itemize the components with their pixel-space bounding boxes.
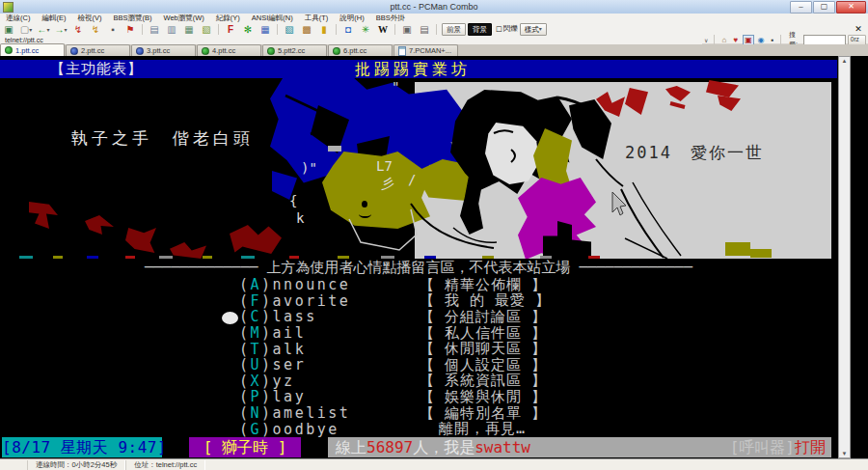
connected-dot-icon (5, 46, 13, 54)
next-window-icon[interactable]: ▤ (416, 22, 433, 37)
tab-5-ptt2cc[interactable]: 5.ptt2.cc (262, 44, 327, 56)
hotkey: P (251, 388, 262, 405)
font-icon[interactable]: F (222, 22, 239, 37)
prev-window-icon[interactable]: ▣ (398, 22, 416, 37)
pin-icon[interactable]: ⚑ (122, 22, 139, 37)
art-caption-right: 2014 愛你一世 (625, 142, 764, 164)
art-glyph: L7 (376, 159, 393, 173)
menu-item-xyz[interactable]: (X)yz 【 系統資訊區 】 (0, 373, 837, 390)
web-globe-icon[interactable]: ◉ (756, 36, 766, 44)
status-address: 位址：telnet://ptt.cc (125, 460, 205, 470)
menu-item-announce[interactable]: (A)nnounce 【 精華公佈欄 】 (0, 277, 837, 293)
disconnect-icon[interactable]: ↯ (69, 22, 87, 37)
reconnect-icon[interactable]: ↯ (87, 22, 104, 37)
menu-item-talk[interactable]: (T)alk 【 休閒聊天區 】 (0, 341, 837, 357)
bbs-main-menu: (A)nnounce 【 精華公佈欄 】 (F)avorite 【 我 的 最愛… (0, 277, 837, 437)
maximize-button[interactable]: ▢ (813, 1, 835, 14)
terminal-mode-icon[interactable]: ▪ (768, 36, 777, 44)
settings-gear-icon[interactable]: ✻ (239, 22, 257, 37)
scroll-down-icon[interactable]: ▼ (839, 451, 850, 456)
toolbar-separator (436, 24, 437, 35)
favorites-heart-icon[interactable]: ♥ (731, 36, 741, 44)
ansi-art: )" L7 彡 { k / " 執子之手 偕老白頭 2014 愛你一世 (0, 78, 837, 259)
search-input[interactable] (803, 35, 846, 45)
tab-1-pttcc[interactable]: 1.ptt.cc (0, 43, 65, 56)
minimize-button[interactable]: – (790, 1, 812, 14)
label: )ser (261, 356, 306, 373)
label: )ail (261, 324, 306, 342)
copy-icon[interactable]: ▤ (146, 22, 163, 37)
search-engine-dropdown[interactable]: 0rz ▾ (848, 35, 866, 45)
art-glyph: k (296, 211, 304, 225)
tab-4-pttcc[interactable]: 4.ptt.cc (197, 44, 261, 56)
menu-item-class[interactable]: (C)lass 【 分組討論區 】 (0, 309, 837, 325)
lock-icon[interactable]: ▮ (315, 22, 333, 37)
menu-item-play[interactable]: (P)lay 【 娛樂與休閒 】 (0, 389, 837, 405)
bbs-terminal[interactable]: 【主功能表】 批踢踢實業坊 (0, 56, 868, 458)
blink-checkbox[interactable]: ☐ 閃爍 (496, 24, 518, 34)
bbs-site-title: 批踢踢實業坊 (355, 60, 471, 78)
menu-item-goodbye[interactable]: (G)oodbye 離開，再見… (0, 421, 837, 437)
online-prefix: 線上 (336, 438, 366, 456)
background-color-button[interactable]: 背景 (468, 23, 492, 36)
paren: ( (239, 341, 251, 358)
paren: ( (239, 421, 251, 438)
connected-dot-icon (333, 47, 340, 55)
connected-dot-icon (202, 47, 209, 55)
hotkey: X (251, 373, 262, 390)
wikipedia-icon[interactable]: W (374, 22, 392, 37)
vertical-scrollbar[interactable]: ▲ ▼ (838, 56, 851, 458)
paste-special-icon[interactable]: ▦ (180, 22, 198, 37)
tab-3-pttcc[interactable]: 3.ptt.cc (131, 44, 196, 56)
pager-state: 打開 (795, 438, 826, 456)
online-mid: 人，我是 (413, 438, 475, 456)
ansi-art-line-layer (0, 78, 837, 259)
art-glyph: / (408, 173, 416, 186)
menu-item-user[interactable]: (U)ser 【 個人設定區 】 (0, 357, 837, 373)
tab-7-pcman[interactable]: 7.PCMAN+... (393, 44, 458, 56)
ansi-color-icon[interactable]: ▩ (298, 22, 315, 37)
style-dropdown[interactable]: 樣式 (520, 23, 547, 36)
status-bar: 連線時間：0小時2分45秒 位址：telnet://ptt.cc (0, 458, 868, 470)
tab-6-pttcc[interactable]: 6.ptt.cc (328, 44, 393, 56)
toolbar-separator (780, 35, 781, 45)
tab-2-pttcc[interactable]: 2.ptt.cc (66, 44, 130, 56)
menu-item-mail[interactable]: (M)ail 【 私人信件區 】 (0, 325, 837, 342)
paren: ( (239, 324, 251, 342)
new-tab-icon[interactable]: ▢ (17, 22, 35, 37)
toolbar-close-icon[interactable]: ✕ (853, 24, 864, 34)
stop-icon[interactable]: ▪ (104, 22, 122, 37)
menu-item-favorite[interactable]: (F)avorite 【 我 的 最愛 】 (0, 293, 837, 310)
hotkey: T (251, 341, 262, 358)
home-icon[interactable]: ⌂ (719, 36, 729, 44)
bbs-date-badge: [8/17 星期天 9:47] (2, 437, 162, 457)
scroll-up-icon[interactable]: ▲ (839, 58, 850, 64)
address-input[interactable] (0, 36, 702, 44)
close-button[interactable]: ✕ (836, 1, 866, 14)
connect-icon[interactable]: ▣ (0, 22, 17, 37)
label: )lay (261, 388, 306, 405)
picture-icon[interactable]: ▧ (281, 22, 298, 37)
address-dropdown-arrow[interactable]: ∨ (702, 37, 711, 43)
bbs-separator-line: ───────────── 上方為使用者心情點播留言區，不代表本站立場 ────… (0, 259, 837, 277)
pcman-home-icon[interactable]: ◘ (339, 22, 357, 37)
toolbar-separator (142, 24, 143, 35)
bbs-header-bar: 【主功能表】 批踢踢實業坊 (0, 60, 837, 78)
bbs-zodiac-badge: [ 獅子時 ] (189, 437, 301, 457)
paste-icon[interactable]: ▥ (163, 22, 180, 37)
foreground-color-button[interactable]: 前景 (442, 23, 466, 36)
art-caption-left: 執子之手 偕老白頭 (71, 127, 254, 150)
connected-dot-icon (267, 47, 275, 55)
hotkey: G (251, 421, 262, 438)
label: )nnounce (261, 276, 350, 293)
bbs-mode-icon[interactable]: ▣ (743, 35, 754, 45)
menu-item-namelist[interactable]: (N)amelist 【 編特別名單 】 (0, 405, 837, 422)
paren: ( (239, 388, 251, 405)
forward-icon[interactable]: → (52, 22, 69, 37)
table-icon[interactable]: ▦ (257, 22, 274, 37)
username: swattw (475, 438, 530, 456)
plugin-icon[interactable]: ✳ (357, 22, 374, 37)
screen-capture-icon[interactable]: ▧ (198, 22, 215, 37)
hotkey: F (251, 292, 262, 310)
back-icon[interactable]: ← (35, 22, 52, 37)
